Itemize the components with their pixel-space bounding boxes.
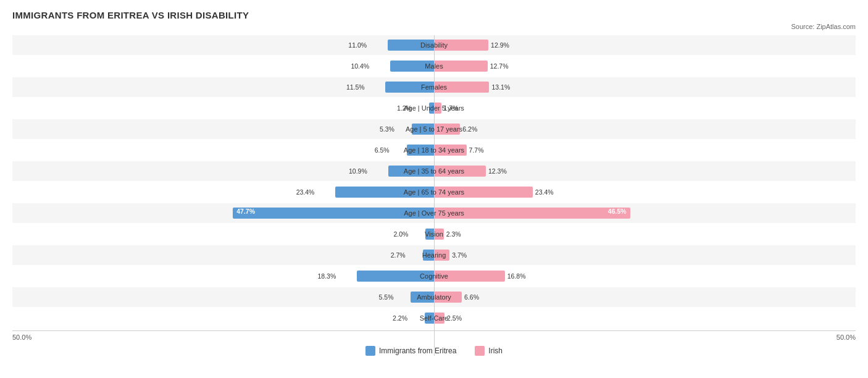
left-section: 10.4%: [12, 56, 434, 76]
right-section: 2.5%: [434, 308, 856, 328]
legend-item-right: Irish: [475, 346, 503, 356]
x-axis-right-label: 50.0%: [434, 334, 856, 341]
right-section: 2.3%: [434, 224, 856, 244]
source-label: Source: ZipAtlas.com: [12, 23, 856, 30]
value-left: 6.5%: [375, 146, 390, 154]
left-section: 5.3%: [12, 119, 434, 139]
bar-label: Ambulatory: [417, 293, 451, 301]
right-section: 6.6%: [434, 287, 856, 307]
left-section: 5.5%: [12, 287, 434, 307]
legend-color-pink: [475, 346, 485, 356]
value-right: 12.7%: [490, 62, 509, 70]
bar-label: Cognitive: [420, 272, 448, 280]
value-left: 2.0%: [393, 230, 408, 238]
value-left: 5.5%: [379, 293, 394, 301]
value-left: 23.4%: [296, 188, 315, 196]
bar-label: Age | 18 to 34 years: [404, 146, 464, 154]
left-section: 2.0%: [12, 224, 434, 244]
bar-label: Disability: [420, 41, 448, 49]
chart-area: 11.0% Disability 12.9% 10.4% Males: [12, 35, 856, 356]
bar-label: Females: [421, 83, 447, 91]
left-section: 11.0%: [12, 35, 434, 55]
value-right: 12.3%: [488, 167, 507, 175]
right-section: 7.7%: [434, 140, 856, 160]
value-left-inside: 47.7%: [236, 208, 255, 215]
left-section: 2.2%: [12, 308, 434, 328]
value-right: 7.7%: [469, 146, 484, 154]
value-right: 3.7%: [452, 251, 467, 259]
value-left: 10.9%: [349, 167, 367, 175]
value-left: 2.7%: [391, 251, 406, 259]
right-section: 23.4%: [434, 182, 856, 202]
left-section: 2.7%: [12, 245, 434, 265]
bar-label: Age | 5 to 17 years: [406, 125, 462, 133]
left-section: 1.2%: [12, 98, 434, 118]
value-left: 11.5%: [346, 83, 365, 91]
left-section: 6.5%: [12, 140, 434, 160]
value-left: 11.0%: [348, 41, 367, 49]
value-left: 5.3%: [380, 125, 394, 133]
bar-label: Vision: [425, 230, 443, 238]
x-axis-left-label: 50.0%: [12, 334, 434, 341]
value-right: 6.2%: [462, 125, 477, 133]
value-right: 6.6%: [464, 293, 479, 301]
value-left: 10.4%: [351, 62, 369, 70]
value-right: 2.5%: [447, 314, 462, 322]
legend-item-left: Immigrants from Eritrea: [365, 346, 456, 356]
right-section: 3.7%: [434, 245, 856, 265]
value-right: 2.3%: [446, 230, 461, 238]
chart-wrapper: IMMIGRANTS FROM ERITREA VS IRISH DISABIL…: [12, 10, 856, 356]
left-section: 18.3%: [12, 266, 434, 286]
bar-label: Self-Care: [420, 314, 448, 322]
value-left: 2.2%: [393, 314, 407, 322]
right-section: 16.8%: [434, 266, 856, 286]
bar-label: Hearing: [422, 251, 446, 259]
right-section: 13.1%: [434, 77, 856, 97]
legend-label-left: Immigrants from Eritrea: [379, 346, 456, 355]
value-right: 16.8%: [507, 272, 526, 280]
bar-label: Age | Under 5 years: [404, 104, 464, 112]
right-section: 6.2%: [434, 119, 856, 139]
bar-label: Age | 65 to 74 years: [404, 188, 464, 196]
left-section: 11.5%: [12, 77, 434, 97]
bar-label: Age | Over 75 years: [404, 209, 464, 217]
value-right: 23.4%: [535, 188, 554, 196]
bar-label: Age | 35 to 64 years: [404, 167, 464, 175]
chart-title: IMMIGRANTS FROM ERITREA VS IRISH DISABIL…: [12, 10, 856, 20]
right-section: 12.3%: [434, 161, 856, 181]
value-right: 13.1%: [491, 83, 510, 91]
right-section: 12.7%: [434, 56, 856, 76]
right-section: 46.5%: [434, 203, 856, 223]
value-right: 12.9%: [491, 41, 509, 49]
left-section: 47.7%: [12, 203, 434, 223]
right-section: 12.9%: [434, 35, 856, 55]
value-left: 18.3%: [317, 272, 336, 280]
legend-label-right: Irish: [488, 346, 503, 355]
bar-label: Males: [425, 62, 443, 70]
legend-color-blue: [365, 346, 375, 356]
right-section: 1.7%: [434, 98, 856, 118]
value-right-inside: 46.5%: [608, 208, 627, 215]
left-section: 10.9%: [12, 161, 434, 181]
left-section: 23.4%: [12, 182, 434, 202]
